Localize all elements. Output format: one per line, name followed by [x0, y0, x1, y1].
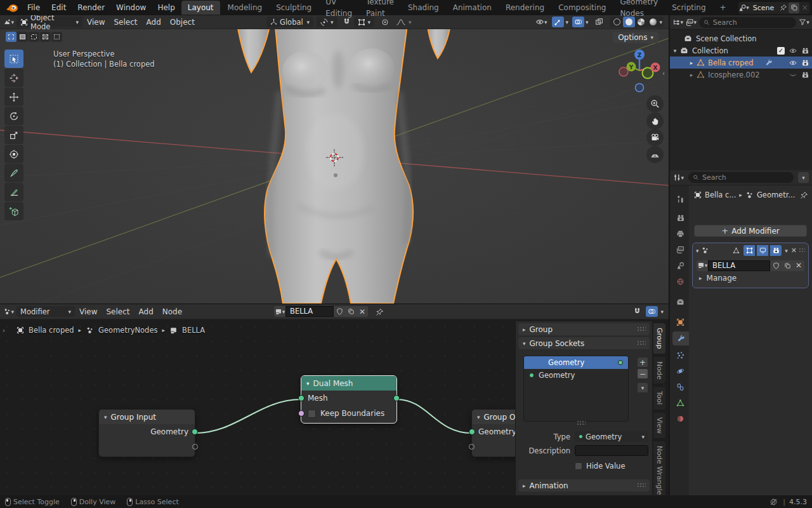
workspace-tab-animation[interactable]: Animation — [447, 1, 498, 15]
outliner-display-mode-icon[interactable]: ▾ — [686, 17, 697, 28]
properties-search-input[interactable] — [702, 173, 789, 182]
node-menu-select[interactable]: Select — [102, 307, 134, 316]
geometry-node-editor[interactable]: ▾ Modifier ▾ View Select Add Node ▾ BELL… — [0, 304, 669, 495]
expand-icon[interactable]: ▸ — [686, 72, 697, 78]
outliner-row-collection[interactable]: ▾ Collection ✓ — [670, 44, 812, 57]
tool-annotate[interactable] — [4, 164, 23, 182]
modifier-expand-icon[interactable]: ▾ — [696, 248, 699, 254]
properties-options-dropdown[interactable]: ▾ — [798, 172, 809, 183]
node-group-name-field[interactable]: BELLA — [708, 260, 770, 271]
node-collapse-icon[interactable]: ▾ — [306, 380, 310, 387]
select-mode-box[interactable] — [17, 32, 28, 42]
add-modifier-button[interactable]: + Add Modifier — [694, 225, 807, 237]
remove-socket-button[interactable]: − — [637, 368, 648, 379]
new-scene-icon[interactable] — [789, 3, 799, 13]
outliner-row-icosphere[interactable]: ▸ Icosphere.002 — [670, 69, 812, 81]
tab-view-layer-icon[interactable] — [672, 243, 689, 257]
show-visibility-dropdown[interactable]: ▾ — [534, 17, 549, 27]
duplicate-node-group-button[interactable] — [782, 260, 793, 271]
workspace-tab-sculpting[interactable]: Sculpting — [270, 1, 318, 15]
menu-window[interactable]: Window — [110, 0, 152, 15]
filter-icon[interactable]: ▾ — [799, 17, 809, 28]
scene-name[interactable]: Scene — [749, 4, 778, 12]
socket-specials-dropdown[interactable]: ▾ — [637, 382, 648, 393]
tab-constraints-icon[interactable] — [672, 380, 689, 394]
node-overlays-toggle[interactable] — [646, 306, 658, 317]
panel-drag-handle[interactable] — [637, 483, 646, 488]
tab-object-icon[interactable] — [672, 315, 689, 329]
editor-type-3d-icon[interactable]: ▾ — [3, 17, 14, 27]
viewport-region-collapse-arrow[interactable]: ‹ — [662, 70, 665, 77]
unlink-node-group-button[interactable]: ✕ — [793, 260, 804, 271]
sidebar-tab-group[interactable]: Group — [653, 323, 666, 354]
blender-logo[interactable] — [5, 2, 19, 13]
modifier-realtime-toggle[interactable] — [757, 245, 768, 256]
zoom-button[interactable] — [646, 95, 664, 112]
node-group-name-field[interactable]: BELLA — [285, 306, 334, 317]
editor-type-nodes-icon[interactable]: ▾ — [3, 306, 14, 317]
tab-object-data-icon[interactable] — [672, 396, 689, 410]
group-sockets-panel-header[interactable]: ▾ Group Sockets — [518, 337, 650, 349]
node-collapse-icon[interactable]: ▾ — [477, 414, 480, 420]
tab-material-icon[interactable] — [672, 411, 689, 425]
sidebar-tab-tool[interactable]: Tool — [653, 386, 666, 410]
tool-rotate[interactable] — [4, 107, 23, 125]
outliner-row-bella-croped[interactable]: ▸ Bella croped — [670, 57, 812, 69]
outliner-search-input[interactable] — [713, 18, 792, 27]
pan-hand-button[interactable] — [646, 112, 664, 130]
tab-physics-icon[interactable] — [672, 364, 689, 378]
eye-closed-icon[interactable] — [789, 71, 797, 79]
hide-value-checkbox[interactable] — [575, 462, 582, 470]
keep-boundaries-checkbox[interactable] — [308, 410, 316, 418]
manage-expand-icon[interactable]: ▸ — [699, 275, 702, 281]
node-menu-node[interactable]: Node — [158, 307, 187, 316]
toolbar-expand-arrow[interactable]: › — [3, 327, 5, 334]
panel-drag-handle[interactable] — [637, 326, 646, 332]
editor-type-outliner-icon[interactable]: ▾ — [672, 17, 683, 28]
socket-geometry-output[interactable] — [192, 429, 198, 435]
tool-cursor[interactable] — [4, 69, 23, 87]
node-group-browse-button[interactable]: ▾ — [274, 306, 285, 317]
workspace-tab-modeling[interactable]: Modeling — [221, 1, 269, 15]
group-panel-header[interactable]: ▸ Group — [518, 323, 650, 335]
socket-virtual[interactable] — [192, 444, 198, 450]
camera-visibility-icon[interactable] — [801, 47, 809, 55]
pin-node-tree-icon[interactable] — [376, 307, 384, 316]
node-collapse-icon[interactable]: ▾ — [104, 414, 107, 420]
workspace-tab-compositing[interactable]: Compositing — [552, 1, 612, 15]
socket-virtual[interactable] — [469, 444, 475, 450]
select-mode-paint[interactable] — [51, 32, 62, 42]
tab-tool-icon[interactable] — [672, 192, 689, 206]
xray-toggle[interactable] — [593, 17, 605, 27]
socket-mesh-output[interactable] — [393, 395, 400, 401]
perspective-toggle-button[interactable] — [646, 146, 664, 163]
3d-viewport[interactable]: ▾ Object Mode ▾ View Select Add Object G… — [0, 15, 669, 304]
socket-type-dropdown[interactable]: Geometry ▾ — [575, 431, 648, 442]
outliner-row-scene-collection[interactable]: Scene Collection — [670, 32, 812, 44]
editor-type-properties-icon[interactable]: ▾ — [673, 172, 684, 183]
mode-selector[interactable]: Object Mode ▾ — [16, 17, 82, 27]
workspace-tab-rendering[interactable]: Rendering — [499, 1, 551, 15]
select-mode-circle[interactable] — [29, 32, 39, 42]
add-workspace-button[interactable]: + — [714, 1, 733, 15]
viewport-menu-object[interactable]: Object — [166, 18, 199, 27]
collection-checkbox[interactable]: ✓ — [777, 47, 785, 55]
workspace-tab-layout[interactable]: Layout — [181, 1, 220, 15]
node-tree-type-dropdown[interactable]: Modifier ▾ — [16, 306, 75, 317]
workspace-tab-geometry-nodes[interactable]: Geometry Nodes — [613, 0, 664, 20]
node-snap-toggle[interactable] — [631, 306, 643, 317]
workspace-tab-texture-paint[interactable]: Texture Paint — [360, 0, 400, 20]
tab-world-icon[interactable] — [672, 274, 689, 288]
options-button[interactable]: Options▾ — [613, 32, 658, 43]
tab-particles-icon[interactable] — [672, 348, 689, 362]
node-group-browse-button[interactable]: ▾ — [697, 260, 708, 271]
tab-output-icon[interactable] — [672, 227, 689, 241]
panel-drag-handle[interactable] — [637, 340, 646, 346]
tool-select-box[interactable] — [4, 50, 23, 68]
breadcrumb-object[interactable]: Bella c... — [705, 190, 736, 199]
tab-collection-icon[interactable] — [672, 295, 689, 309]
breadcrumb-node-tree[interactable]: GeometryNodes — [98, 326, 157, 335]
eye-icon[interactable] — [789, 47, 797, 55]
properties-search[interactable] — [688, 172, 794, 183]
socket-list-item-input-geometry[interactable]: Geometry — [524, 369, 628, 382]
